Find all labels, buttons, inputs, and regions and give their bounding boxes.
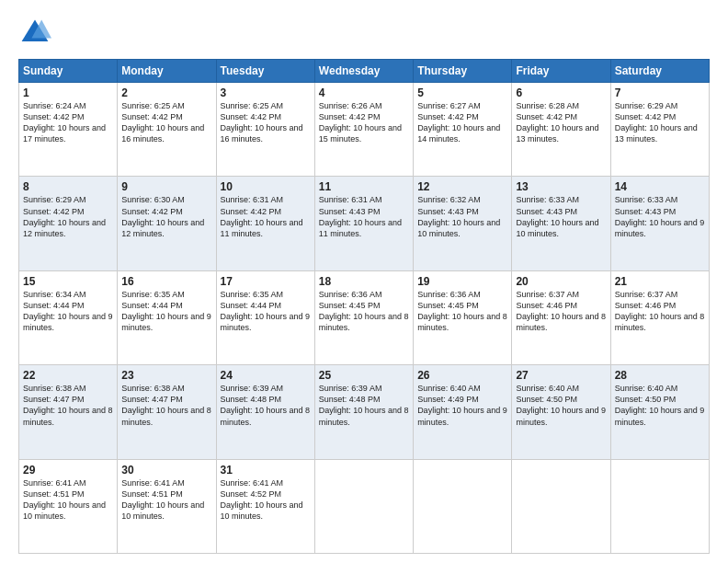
- calendar-cell: 1 Sunrise: 6:24 AM Sunset: 4:42 PM Dayli…: [19, 83, 118, 177]
- day-info: Sunrise: 6:35 AM Sunset: 4:44 PM Dayligh…: [221, 289, 311, 334]
- day-number: 9: [121, 180, 211, 193]
- day-number: 22: [23, 369, 113, 382]
- day-number: 18: [319, 275, 409, 288]
- day-number: 10: [221, 180, 311, 193]
- day-number: 13: [516, 180, 606, 193]
- day-number: 14: [615, 180, 705, 193]
- day-info: Sunrise: 6:40 AM Sunset: 4:50 PM Dayligh…: [516, 383, 606, 428]
- day-number: 24: [221, 369, 311, 382]
- day-number: 30: [121, 464, 211, 477]
- calendar-cell: 15 Sunrise: 6:34 AM Sunset: 4:44 PM Dayl…: [19, 270, 118, 364]
- day-info: Sunrise: 6:39 AM Sunset: 4:48 PM Dayligh…: [221, 383, 311, 428]
- calendar-cell: 21 Sunrise: 6:37 AM Sunset: 4:46 PM Dayl…: [610, 270, 709, 364]
- day-number: 15: [23, 275, 113, 288]
- calendar-cell: 30 Sunrise: 6:41 AM Sunset: 4:51 PM Dayl…: [118, 459, 216, 553]
- calendar-cell: 22 Sunrise: 6:38 AM Sunset: 4:47 PM Dayl…: [19, 365, 118, 459]
- day-number: 23: [121, 369, 211, 382]
- calendar-header-row: SundayMondayTuesdayWednesdayThursdayFrid…: [19, 60, 710, 83]
- calendar-cell: 31 Sunrise: 6:41 AM Sunset: 4:52 PM Dayl…: [216, 459, 314, 553]
- day-number: 1: [23, 86, 113, 99]
- calendar-cell: 2 Sunrise: 6:25 AM Sunset: 4:42 PM Dayli…: [118, 83, 216, 177]
- day-number: 29: [23, 464, 113, 477]
- calendar-cell: [610, 459, 709, 553]
- day-info: Sunrise: 6:39 AM Sunset: 4:48 PM Dayligh…: [319, 383, 409, 428]
- calendar-cell: 24 Sunrise: 6:39 AM Sunset: 4:48 PM Dayl…: [216, 365, 314, 459]
- day-number: 20: [516, 275, 606, 288]
- calendar-week-row: 15 Sunrise: 6:34 AM Sunset: 4:44 PM Dayl…: [19, 270, 710, 364]
- calendar-header-cell: Sunday: [19, 60, 118, 83]
- day-info: Sunrise: 6:40 AM Sunset: 4:50 PM Dayligh…: [615, 383, 705, 428]
- calendar-header-cell: Saturday: [610, 60, 709, 83]
- day-info: Sunrise: 6:29 AM Sunset: 4:42 PM Dayligh…: [615, 100, 705, 145]
- day-info: Sunrise: 6:41 AM Sunset: 4:52 PM Dayligh…: [221, 477, 311, 523]
- calendar-week-row: 1 Sunrise: 6:24 AM Sunset: 4:42 PM Dayli…: [19, 83, 710, 177]
- calendar-cell: 25 Sunrise: 6:39 AM Sunset: 4:48 PM Dayl…: [314, 365, 413, 459]
- calendar-cell: 13 Sunrise: 6:33 AM Sunset: 4:43 PM Dayl…: [512, 177, 610, 270]
- day-info: Sunrise: 6:38 AM Sunset: 4:47 PM Dayligh…: [23, 383, 113, 428]
- day-number: 11: [319, 180, 409, 193]
- day-info: Sunrise: 6:27 AM Sunset: 4:42 PM Dayligh…: [417, 100, 507, 145]
- day-number: 26: [417, 369, 507, 382]
- day-number: 19: [417, 275, 507, 288]
- day-info: Sunrise: 6:26 AM Sunset: 4:42 PM Dayligh…: [319, 100, 409, 145]
- day-info: Sunrise: 6:34 AM Sunset: 4:44 PM Dayligh…: [23, 289, 113, 334]
- day-number: 8: [23, 180, 113, 193]
- calendar-cell: 20 Sunrise: 6:37 AM Sunset: 4:46 PM Dayl…: [512, 270, 610, 364]
- day-number: 6: [516, 86, 606, 99]
- day-info: Sunrise: 6:25 AM Sunset: 4:42 PM Dayligh…: [221, 100, 311, 145]
- logo-icon: [18, 17, 51, 50]
- calendar-cell: 7 Sunrise: 6:29 AM Sunset: 4:42 PM Dayli…: [610, 83, 709, 177]
- calendar-cell: 16 Sunrise: 6:35 AM Sunset: 4:44 PM Dayl…: [118, 270, 216, 364]
- day-info: Sunrise: 6:36 AM Sunset: 4:45 PM Dayligh…: [417, 289, 507, 334]
- day-info: Sunrise: 6:29 AM Sunset: 4:42 PM Dayligh…: [23, 194, 113, 239]
- day-number: 31: [221, 464, 311, 477]
- day-number: 16: [121, 275, 211, 288]
- calendar-cell: 3 Sunrise: 6:25 AM Sunset: 4:42 PM Dayli…: [216, 83, 314, 177]
- calendar-cell: 17 Sunrise: 6:35 AM Sunset: 4:44 PM Dayl…: [216, 270, 314, 364]
- day-info: Sunrise: 6:40 AM Sunset: 4:49 PM Dayligh…: [417, 383, 507, 428]
- top-header: [18, 17, 710, 50]
- calendar-week-row: 8 Sunrise: 6:29 AM Sunset: 4:42 PM Dayli…: [19, 177, 710, 270]
- day-number: 4: [319, 86, 409, 99]
- logo: [18, 17, 55, 50]
- calendar-cell: 18 Sunrise: 6:36 AM Sunset: 4:45 PM Dayl…: [314, 270, 413, 364]
- calendar-header-cell: Wednesday: [314, 60, 413, 83]
- day-info: Sunrise: 6:30 AM Sunset: 4:42 PM Dayligh…: [121, 194, 211, 239]
- calendar-body: 1 Sunrise: 6:24 AM Sunset: 4:42 PM Dayli…: [19, 83, 710, 554]
- day-info: Sunrise: 6:37 AM Sunset: 4:46 PM Dayligh…: [516, 289, 606, 334]
- day-info: Sunrise: 6:37 AM Sunset: 4:46 PM Dayligh…: [615, 289, 705, 334]
- calendar-header-cell: Friday: [512, 60, 610, 83]
- day-info: Sunrise: 6:31 AM Sunset: 4:43 PM Dayligh…: [319, 194, 409, 239]
- calendar-cell: 6 Sunrise: 6:28 AM Sunset: 4:42 PM Dayli…: [512, 83, 610, 177]
- day-number: 25: [319, 369, 409, 382]
- day-number: 2: [121, 86, 211, 99]
- calendar-cell: 12 Sunrise: 6:32 AM Sunset: 4:43 PM Dayl…: [414, 177, 512, 270]
- day-number: 3: [221, 86, 311, 99]
- calendar-cell: [414, 459, 512, 553]
- calendar-cell: 14 Sunrise: 6:33 AM Sunset: 4:43 PM Dayl…: [610, 177, 709, 270]
- calendar-cell: 23 Sunrise: 6:38 AM Sunset: 4:47 PM Dayl…: [118, 365, 216, 459]
- day-info: Sunrise: 6:33 AM Sunset: 4:43 PM Dayligh…: [516, 194, 606, 239]
- day-info: Sunrise: 6:38 AM Sunset: 4:47 PM Dayligh…: [121, 383, 211, 428]
- calendar-week-row: 22 Sunrise: 6:38 AM Sunset: 4:47 PM Dayl…: [19, 365, 710, 459]
- calendar-cell: 8 Sunrise: 6:29 AM Sunset: 4:42 PM Dayli…: [19, 177, 118, 270]
- day-number: 27: [516, 369, 606, 382]
- calendar-cell: 26 Sunrise: 6:40 AM Sunset: 4:49 PM Dayl…: [414, 365, 512, 459]
- calendar-cell: [314, 459, 413, 553]
- day-number: 17: [221, 275, 311, 288]
- page: SundayMondayTuesdayWednesdayThursdayFrid…: [0, 0, 728, 563]
- day-number: 12: [417, 180, 507, 193]
- calendar-table: SundayMondayTuesdayWednesdayThursdayFrid…: [18, 59, 710, 554]
- calendar-cell: 5 Sunrise: 6:27 AM Sunset: 4:42 PM Dayli…: [414, 83, 512, 177]
- calendar-cell: 27 Sunrise: 6:40 AM Sunset: 4:50 PM Dayl…: [512, 365, 610, 459]
- calendar-header-cell: Thursday: [414, 60, 512, 83]
- calendar-cell: [512, 459, 610, 553]
- day-number: 28: [615, 369, 705, 382]
- day-number: 5: [417, 86, 507, 99]
- calendar-cell: 4 Sunrise: 6:26 AM Sunset: 4:42 PM Dayli…: [314, 83, 413, 177]
- calendar-cell: 28 Sunrise: 6:40 AM Sunset: 4:50 PM Dayl…: [610, 365, 709, 459]
- calendar-header-cell: Tuesday: [216, 60, 314, 83]
- day-info: Sunrise: 6:41 AM Sunset: 4:51 PM Dayligh…: [23, 477, 113, 523]
- calendar-cell: 29 Sunrise: 6:41 AM Sunset: 4:51 PM Dayl…: [19, 459, 118, 553]
- day-info: Sunrise: 6:31 AM Sunset: 4:42 PM Dayligh…: [221, 194, 311, 239]
